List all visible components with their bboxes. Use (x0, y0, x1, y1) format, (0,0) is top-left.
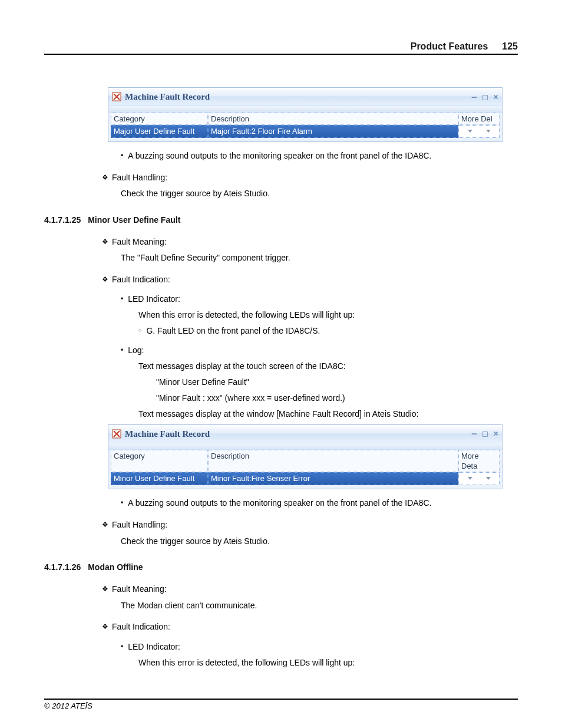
text: Fault Handling: (112, 519, 167, 531)
page-header: Product Features 125 (44, 41, 518, 55)
col-description[interactable]: Description (208, 450, 458, 472)
chevron-down-icon (486, 477, 491, 480)
cell-more-dropdown[interactable] (458, 125, 500, 139)
window-titlebar: Machine Fault Record – □ × (108, 425, 502, 443)
col-more-detail[interactable]: More Deta (458, 450, 500, 472)
cell-more-dropdown[interactable] (458, 472, 500, 486)
paragraph: Check the trigger source by Ateis Studio… (44, 188, 518, 199)
text: Fault Indication: (112, 274, 170, 285)
maximize-icon[interactable]: □ (482, 91, 487, 103)
list-item: Fault Meaning: (44, 584, 518, 595)
header-title: Product Features (411, 41, 488, 52)
list-item: Fault Indication: (44, 621, 518, 633)
col-description[interactable]: Description (208, 113, 458, 125)
window-body: Category Description More Deta Minor Use… (108, 450, 502, 489)
paragraph: "Minor Fault : xxx" (where xxx = user-de… (44, 393, 518, 404)
list-item: Fault Meaning: (44, 236, 518, 248)
chevron-down-icon (468, 130, 472, 133)
paragraph: Text messages display at the window [Mac… (44, 409, 518, 420)
text: A buzzing sound outputs to the monitorin… (128, 150, 431, 162)
text: G. Fault LED on the front panel of the I… (146, 325, 320, 337)
section-number: 4.1.7.1.26 (44, 562, 81, 572)
cell-description: Major Fault:2 Floor Fire Alarm (208, 125, 458, 139)
list-item: LED Indicator: (44, 641, 518, 653)
table-row[interactable]: Minor User Define Fault Minor Fault:Fire… (111, 472, 500, 486)
list-item: A buzzing sound outputs to the monitorin… (44, 150, 518, 162)
machine-fault-record-window: Machine Fault Record – □ × Category Desc… (108, 424, 503, 490)
list-item: Fault Handling: (44, 519, 518, 531)
page-number: 125 (502, 41, 518, 52)
table-header-row: Category Description More Deta (111, 450, 500, 472)
section-title: Modan Offline (88, 562, 143, 572)
text: Log: (128, 345, 144, 356)
page: Product Features 125 Machine Fault Recor… (0, 0, 562, 728)
col-category[interactable]: Category (111, 450, 208, 472)
text: Fault Meaning: (112, 584, 167, 595)
list-item: A buzzing sound outputs to the monitorin… (44, 498, 518, 509)
section-number: 4.1.7.1.25 (44, 215, 81, 225)
text: LED Indicator: (128, 641, 180, 653)
cell-description: Minor Fault:Fire Senser Error (208, 472, 458, 486)
table-header-row: Category Description More Del (111, 113, 500, 125)
text: Fault Indication: (112, 621, 170, 633)
chevron-down-icon (468, 477, 472, 480)
list-item: Fault Indication: (44, 274, 518, 285)
col-category[interactable]: Category (111, 113, 208, 125)
text: A buzzing sound outputs to the monitorin… (128, 498, 431, 509)
close-icon[interactable]: × (494, 91, 498, 103)
app-icon (112, 92, 121, 101)
section-heading: 4.1.7.1.25 Minor User Define Fault (44, 215, 518, 226)
minimize-icon[interactable]: – (472, 91, 477, 103)
cell-category: Minor User Define Fault (111, 472, 208, 486)
window-toolbar (108, 443, 502, 450)
window-title: Machine Fault Record (125, 91, 466, 103)
copyright: © 2012 ATEÏS (44, 701, 92, 710)
paragraph: When this error is detected, the followi… (44, 657, 518, 668)
page-content: Machine Fault Record – □ × Category Desc… (44, 87, 518, 668)
text: Fault Meaning: (112, 236, 167, 248)
list-item: G. Fault LED on the front panel of the I… (44, 325, 518, 337)
minimize-icon[interactable]: – (472, 428, 477, 439)
col-more-detail[interactable]: More Del (458, 113, 500, 125)
section-heading: 4.1.7.1.26 Modan Offline (44, 562, 518, 573)
machine-fault-record-window: Machine Fault Record – □ × Category Desc… (108, 87, 503, 142)
window-title: Machine Fault Record (125, 428, 466, 440)
paragraph: The Modan client can't communicate. (44, 600, 518, 611)
text: LED Indicator: (128, 294, 180, 305)
window-titlebar: Machine Fault Record – □ × (108, 88, 502, 106)
list-item: Log: (44, 345, 518, 356)
section-title: Minor User Define Fault (88, 215, 180, 225)
maximize-icon[interactable]: □ (482, 428, 487, 439)
window-toolbar (108, 106, 502, 113)
paragraph: Text messages display at the touch scree… (44, 361, 518, 372)
paragraph: Check the trigger source by Ateis Studio… (44, 536, 518, 547)
window-body: Category Description More Del Major User… (108, 113, 502, 141)
list-item: Fault Handling: (44, 172, 518, 183)
app-icon (112, 429, 121, 439)
text: Fault Handling: (112, 172, 167, 183)
table-row[interactable]: Major User Define Fault Major Fault:2 Fl… (111, 125, 500, 139)
list-item: LED Indicator: (44, 294, 518, 305)
page-footer: © 2012 ATEÏS (44, 699, 518, 710)
cell-category: Major User Define Fault (111, 125, 208, 139)
paragraph: When this error is detected, the followi… (44, 309, 518, 321)
paragraph: "Minor User Define Fault" (44, 377, 518, 388)
chevron-down-icon (486, 130, 491, 133)
close-icon[interactable]: × (494, 428, 498, 439)
paragraph: The "Fault Define Security" component tr… (44, 252, 518, 263)
